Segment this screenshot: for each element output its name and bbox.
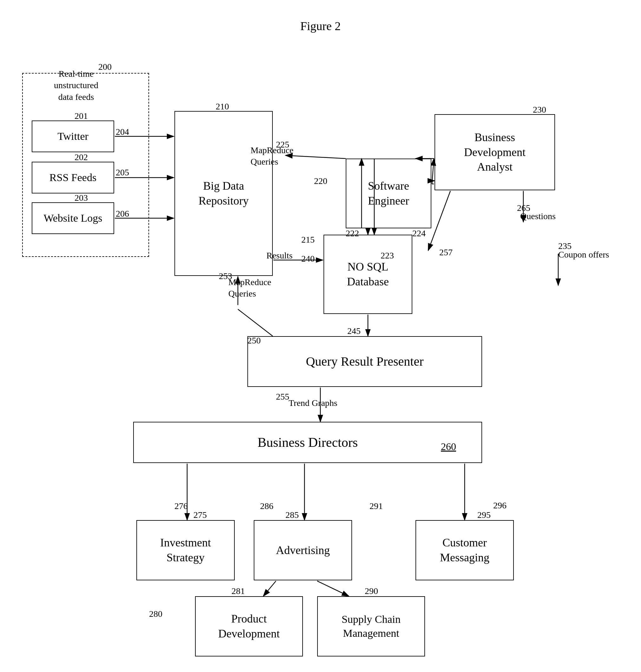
svg-line-14 — [432, 159, 434, 184]
ref-257: 257 — [439, 247, 453, 258]
ref-206: 206 — [116, 209, 129, 219]
ref-250: 250 — [247, 335, 261, 346]
ref-203: 203 — [74, 193, 88, 203]
ref-240: 240 — [301, 254, 315, 264]
text-coupon: Coupon offers — [558, 249, 609, 260]
ref-255: 255 — [276, 392, 289, 402]
box-advertising: Advertising — [254, 520, 352, 580]
text-mapreduce-225: MapReduceQueries — [250, 145, 320, 168]
ref-202: 202 — [74, 152, 88, 162]
ref-201: 201 — [74, 111, 88, 121]
ref-291: 291 — [369, 501, 383, 511]
ref-245: 245 — [347, 326, 360, 336]
ref-223: 223 — [381, 250, 394, 261]
ref-215: 215 — [301, 235, 315, 245]
ref-275: 275 — [193, 510, 207, 520]
ref-230: 230 — [533, 105, 546, 115]
box-software: Software Engineer — [346, 159, 431, 228]
svg-line-25 — [428, 191, 450, 250]
diagram: Figure 2 200 Real-timeunstructureddata f… — [0, 0, 641, 672]
ref-260: 260 — [441, 441, 456, 453]
ref-210: 210 — [216, 101, 229, 112]
box-rss: RSS Feeds — [32, 162, 114, 193]
box-bizdir: Business Directors — [133, 422, 482, 463]
ref-224: 224 — [412, 228, 426, 238]
box-investment: Investment Strategy — [136, 520, 235, 580]
ref-285: 285 — [285, 510, 299, 520]
box-bigdata: Big Data Repository — [175, 111, 273, 276]
text-questions: Questions — [520, 211, 556, 221]
ref-280: 280 — [149, 609, 162, 619]
ref-220: 220 — [314, 176, 327, 186]
box-customer: Customer Messaging — [415, 520, 514, 580]
figure-title: Figure 2 — [300, 19, 341, 33]
box-supply: Supply Chain Management — [317, 596, 425, 657]
ref-290: 290 — [365, 586, 378, 596]
ref-286: 286 — [260, 501, 273, 511]
svg-line-24 — [317, 581, 349, 596]
text-results: Results — [267, 250, 292, 261]
ref-205: 205 — [116, 167, 129, 178]
box-website: Website Logs — [32, 202, 114, 234]
text-trendgraphs: Trend Graphs — [289, 398, 338, 408]
ref-222: 222 — [346, 228, 359, 238]
ref-295: 295 — [477, 510, 491, 520]
ref-204: 204 — [116, 127, 129, 137]
ref-281: 281 — [232, 586, 245, 596]
box-bda: Business Development Analyst — [435, 114, 555, 190]
box-twitter: Twitter — [32, 121, 114, 152]
text-realtime: Real-timeunstructureddata feeds — [32, 68, 121, 103]
box-nosql: NO SQL Database — [324, 235, 412, 314]
text-mapreduce-253: MapReduceQueries — [228, 276, 292, 300]
box-product: Product Development — [195, 596, 303, 657]
svg-line-9 — [238, 309, 273, 336]
svg-line-23 — [263, 581, 276, 596]
ref-296: 296 — [493, 500, 506, 511]
ref-276: 276 — [175, 501, 188, 511]
box-qrp: Query Result Presenter — [247, 336, 482, 387]
